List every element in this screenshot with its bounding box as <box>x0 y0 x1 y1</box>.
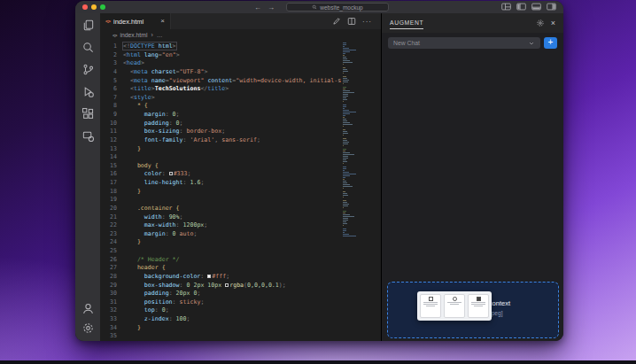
minimap-line <box>343 142 349 143</box>
minimap-line <box>343 55 345 56</box>
activity-bar <box>75 13 100 341</box>
more-actions-icon[interactable]: ··· <box>362 18 372 26</box>
remote-explorer-icon[interactable] <box>81 129 95 143</box>
minimap-line <box>343 58 347 59</box>
toggle-right-sidebar-icon[interactable] <box>547 3 556 11</box>
code-line[interactable]: background-color: #fff; <box>123 273 381 282</box>
minimap-line <box>343 149 346 150</box>
minimap-line <box>343 51 350 52</box>
minimap-line <box>343 108 345 109</box>
toggle-panel-icon[interactable] <box>531 3 541 11</box>
minimap-line <box>343 78 347 79</box>
settings-gear-icon[interactable] <box>536 19 545 27</box>
minimize-window-button[interactable] <box>91 4 97 10</box>
minimap-line <box>343 90 350 91</box>
minimap-line <box>343 89 345 89</box>
tab-index-html[interactable]: <> index.html × <box>100 13 171 29</box>
minimap-line <box>343 158 348 159</box>
minimap-line <box>343 120 347 121</box>
code-line[interactable]: padding: 20px 0; <box>123 290 381 298</box>
minimap-line <box>343 200 346 201</box>
nav-back-icon[interactable]: ← <box>254 4 261 12</box>
minimap-line <box>343 94 348 95</box>
zoom-window-button[interactable] <box>100 4 105 10</box>
source-control-icon[interactable] <box>81 63 95 76</box>
file-icon <box>453 297 457 301</box>
code-line[interactable]: box-shadow: 0 2px 10px rgba(0,0,0,0.1); <box>123 282 381 290</box>
title-bar[interactable]: ← → website_mockup <box>75 1 563 13</box>
chat-selector-dropdown[interactable]: New Chat <box>388 37 540 49</box>
minimap-line <box>343 205 348 206</box>
split-editor-icon[interactable] <box>347 17 356 26</box>
line-number: 21 <box>100 213 117 222</box>
screen-bottom-edge <box>0 360 636 364</box>
line-number: 28 <box>100 273 117 282</box>
augment-title-tab[interactable]: AUGMENT <box>390 19 423 29</box>
new-chat-button[interactable]: + <box>544 37 557 49</box>
minimap-line <box>343 53 345 54</box>
minimap-line <box>343 179 345 180</box>
extensions-icon[interactable] <box>81 107 95 120</box>
workbench: <> index.html × ··· <> index.html › … <box>75 13 563 341</box>
minimap-line <box>343 71 348 72</box>
run-debug-icon[interactable] <box>81 85 95 98</box>
minimap-line <box>343 151 345 151</box>
account-icon[interactable] <box>81 302 95 315</box>
minimap-line <box>343 73 344 74</box>
code-line[interactable]: header { <box>123 264 381 273</box>
line-number: 35 <box>100 332 117 341</box>
code-line[interactable]: /* Header */ <box>123 256 381 265</box>
history-nav: ← → <box>254 1 275 13</box>
minimap-line <box>343 204 349 205</box>
explorer-icon[interactable] <box>81 19 95 32</box>
settings-gear-icon[interactable] <box>81 321 95 335</box>
dragged-file-card <box>420 294 441 318</box>
line-number: 3 <box>100 59 117 68</box>
line-number: 8 <box>100 102 117 111</box>
minimap[interactable] <box>343 43 357 237</box>
attach-context-dropzone[interactable]: Drop to attach as context [website_mocku… <box>387 282 559 338</box>
edit-pencil-icon[interactable] <box>332 17 341 26</box>
minimap-line <box>343 207 344 208</box>
minimap-line <box>343 69 347 70</box>
minimap-line <box>343 234 349 235</box>
activity-bar-bottom <box>81 302 95 335</box>
close-window-button[interactable] <box>82 4 88 10</box>
code-line[interactable]: } <box>123 324 381 333</box>
minimap-line <box>343 64 344 65</box>
html-file-icon: <> <box>112 33 116 38</box>
minimap-line <box>343 96 348 97</box>
minimap-line <box>343 124 353 125</box>
line-number: 27 <box>100 264 117 273</box>
minimap-line <box>343 135 344 136</box>
minimap-line <box>343 145 344 146</box>
code-editor[interactable]: 1234567891011121314151617181920212223242… <box>100 41 381 341</box>
breadcrumb-more[interactable]: … <box>157 32 163 38</box>
line-number: 18 <box>100 188 117 197</box>
minimap-line <box>343 182 347 183</box>
tab-label: index.html <box>113 18 143 26</box>
line-number: 19 <box>100 196 117 205</box>
code-line[interactable]: top: 0; <box>123 306 381 315</box>
code-line[interactable]: position: sticky; <box>123 298 381 307</box>
minimap-line <box>343 67 345 68</box>
line-number: 20 <box>100 205 117 213</box>
minimap-line <box>343 83 344 84</box>
breadcrumb-file[interactable]: index.html <box>120 32 147 38</box>
breadcrumb[interactable]: <> index.html › … <box>100 29 381 41</box>
code-line[interactable]: } <box>123 238 381 247</box>
command-center-search[interactable]: website_mockup <box>286 3 389 12</box>
tab-close-icon[interactable]: × <box>160 18 165 25</box>
minimap-line <box>343 44 346 45</box>
line-number: 22 <box>100 221 117 230</box>
search-icon <box>312 4 317 10</box>
close-panel-icon[interactable]: × <box>551 19 555 27</box>
minimap-line <box>343 129 345 130</box>
customize-layout-icon[interactable] <box>501 3 511 11</box>
search-icon[interactable] <box>81 41 95 54</box>
toggle-left-sidebar-icon[interactable] <box>516 3 526 11</box>
code-line[interactable]: z-index: 100; <box>123 315 381 324</box>
code-line[interactable] <box>123 332 381 341</box>
nav-forward-icon[interactable]: → <box>268 4 275 12</box>
code-line[interactable] <box>123 247 381 256</box>
